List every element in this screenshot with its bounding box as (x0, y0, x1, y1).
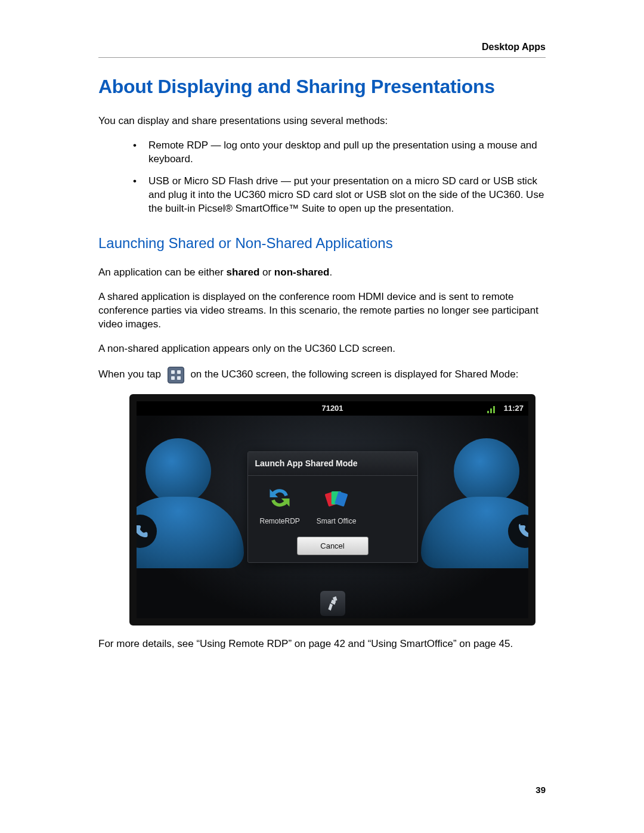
app-label: RemoteRDP (260, 516, 300, 526)
footer-paragraph: For more details, see “Using Remote RDP”… (98, 637, 546, 651)
methods-list: Remote RDP — log onto your desktop and p… (98, 139, 546, 216)
app-label: Smart Office (317, 516, 356, 526)
body-paragraph: When you tap on the UC360 screen, the fo… (98, 367, 546, 383)
phone-icon (508, 515, 535, 548)
status-bar: 71201 11:27 (137, 401, 528, 416)
text: on the UC360 screen, the following scree… (190, 368, 518, 380)
text: An application can be either (98, 267, 227, 278)
cancel-button[interactable]: Cancel (297, 537, 369, 556)
dialog-title: Launch App Shared Mode (248, 452, 417, 476)
avatar-left (129, 438, 250, 575)
text-bold: non-shared (274, 267, 330, 278)
apps-grid-icon (168, 367, 184, 383)
svg-rect-2 (171, 376, 175, 380)
page-number: 39 (98, 785, 546, 795)
list-item: Remote RDP — log onto your desktop and p… (98, 139, 546, 166)
launch-app-dialog: Launch App Shared Mode RemoteRDP (247, 451, 418, 563)
clock-time: 11:27 (504, 401, 524, 416)
phone-icon (129, 515, 157, 548)
page-title: About Displaying and Sharing Presentatio… (98, 76, 546, 98)
avatar-right (415, 438, 535, 575)
body-paragraph: An application can be either shared or n… (98, 266, 546, 280)
uc360-screenshot: 71201 11:27 (129, 394, 535, 625)
body-paragraph: A shared application is displayed on the… (98, 290, 546, 332)
sync-arrows-icon (266, 484, 293, 512)
intro-text: You can display and share presentations … (98, 114, 546, 128)
text: . (329, 267, 332, 278)
extension-number: 71201 (321, 401, 343, 416)
text-bold: shared (227, 267, 260, 278)
signal-icon (487, 404, 496, 419)
page-header: Desktop Apps (98, 42, 546, 58)
text: or (259, 267, 274, 278)
text: When you tap (98, 368, 161, 380)
smart-office-app[interactable]: Smart Office (317, 484, 356, 526)
body-paragraph: A non-shared application appears only on… (98, 342, 546, 356)
cleanup-icon[interactable] (320, 591, 345, 616)
remote-rdp-app[interactable]: RemoteRDP (260, 484, 300, 526)
svg-rect-1 (177, 370, 181, 374)
cards-fan-icon (323, 484, 350, 512)
section-subheading: Launching Shared or Non-Shared Applicati… (98, 234, 546, 253)
svg-rect-3 (177, 376, 181, 380)
svg-rect-0 (171, 370, 175, 374)
list-item: USB or Micro SD Flash drive — put your p… (98, 175, 546, 216)
